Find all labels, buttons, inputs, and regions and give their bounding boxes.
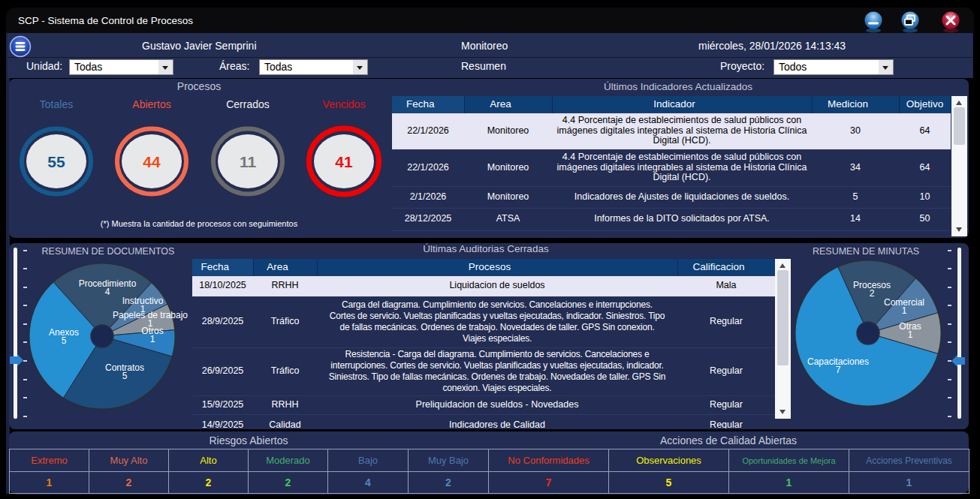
svg-text:44: 44 [143, 153, 161, 170]
svg-text:11: 11 [240, 153, 257, 170]
svg-text:55: 55 [47, 153, 65, 170]
svg-text:41: 41 [335, 153, 353, 170]
